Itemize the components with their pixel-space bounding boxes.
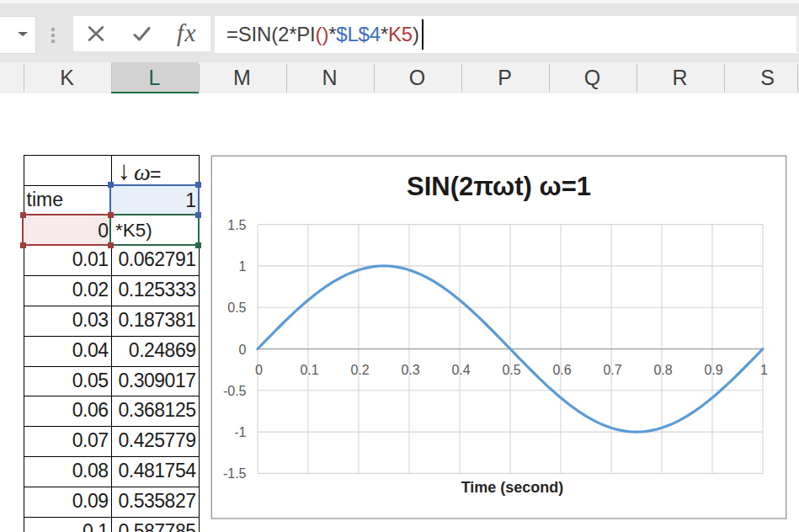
svg-text:0.5: 0.5	[227, 301, 246, 315]
svg-text:0.2: 0.2	[350, 363, 369, 377]
svg-text:0.1: 0.1	[300, 363, 318, 377]
svg-text:0.7: 0.7	[603, 363, 621, 377]
svg-text:0.6: 0.6	[552, 363, 571, 377]
svg-text:0: 0	[239, 343, 247, 357]
svg-text:-1: -1	[234, 425, 246, 439]
svg-text:0.5: 0.5	[502, 363, 520, 377]
svg-text:0.4: 0.4	[451, 363, 470, 377]
svg-text:1: 1	[239, 259, 247, 274]
svg-text:-0.5: -0.5	[223, 384, 247, 398]
svg-text:0.9: 0.9	[704, 363, 722, 377]
svg-text:0.3: 0.3	[401, 363, 419, 377]
svg-text:SIN(2πωt) ω=1: SIN(2πωt) ω=1	[407, 172, 591, 201]
svg-text:1: 1	[760, 363, 768, 377]
svg-text:0.8: 0.8	[653, 363, 672, 377]
svg-text:Time (second): Time (second)	[461, 479, 564, 496]
svg-text:0: 0	[255, 363, 263, 377]
svg-text:1.5: 1.5	[227, 218, 246, 232]
svg-text:-1.5: -1.5	[223, 466, 247, 481]
